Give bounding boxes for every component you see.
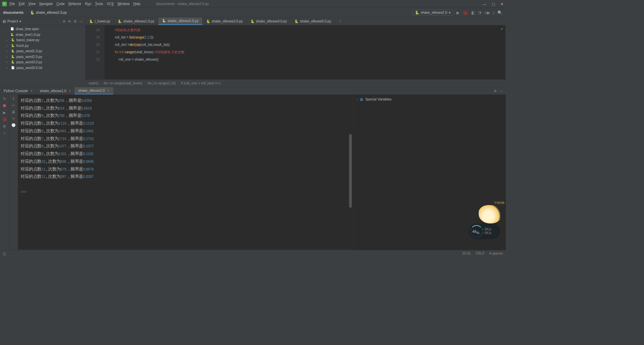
editor-tab[interactable]: 🐍shake_elbows1.0.py bbox=[114, 17, 158, 25]
chevron-right-icon: › bbox=[6, 38, 9, 42]
chevron-right-icon: › bbox=[6, 60, 9, 64]
tab-label: shake_elbows4.0.py bbox=[256, 19, 287, 23]
editor-tab[interactable]: 🐍shake_elbows3.0.py bbox=[203, 17, 247, 25]
code-crumb[interactable]: if (roll_one + roll_two) == j bbox=[181, 81, 221, 85]
run-button[interactable]: ▶ bbox=[457, 10, 460, 15]
add-button[interactable]: ＋ bbox=[3, 131, 6, 136]
project-tree[interactable]: 📄draw_tree.spec🐍draw_tree1.0.py›🐍hanoi_t… bbox=[0, 25, 85, 71]
code-content[interactable]: #初始化点数列表 roll_list = list(range(2,13)) r… bbox=[105, 25, 506, 79]
scrollbar[interactable] bbox=[349, 134, 352, 208]
menu-view[interactable]: View bbox=[28, 2, 36, 6]
stop-button[interactable] bbox=[3, 104, 6, 108]
close-icon[interactable]: × bbox=[69, 89, 71, 93]
resume-button[interactable]: ▶ bbox=[3, 111, 6, 115]
more-tabs-button[interactable]: ⋮ bbox=[335, 17, 346, 25]
maximize-button[interactable]: ▢ bbox=[492, 2, 495, 6]
file-icon: 📄 bbox=[10, 27, 14, 31]
coverage-button[interactable]: ◧ bbox=[471, 10, 475, 15]
code-crumb[interactable]: for i in range(totall_times) bbox=[104, 81, 142, 85]
python-file-icon: 🐍 bbox=[294, 19, 299, 23]
tree-item[interactable]: ›🐍Koch.py bbox=[0, 43, 85, 48]
run-config-selector[interactable]: 🐍 shake_elbows2.0 ▾ bbox=[412, 9, 453, 15]
tree-item[interactable]: ›🐍hanoi_tower.py bbox=[0, 37, 85, 43]
print-button[interactable]: 🖶 bbox=[12, 110, 15, 114]
tree-item[interactable]: ›🐍pass_word1.0.py bbox=[0, 48, 85, 54]
soft-wrap-button[interactable]: ↩ bbox=[12, 104, 15, 108]
console-hide-button[interactable]: — bbox=[499, 89, 503, 93]
variables-panel[interactable]: › ▦ Special Variables 48% ↑ 0K/s ↓ 0K/s bbox=[353, 95, 505, 250]
code-editor[interactable]: ✔ 1819202122 #初始化点数列表 roll_list = list(r… bbox=[86, 25, 505, 79]
cursor-position[interactable]: 25:41 bbox=[462, 251, 471, 255]
close-icon[interactable]: × bbox=[107, 88, 109, 92]
menu-navigate[interactable]: Navigate bbox=[39, 2, 53, 6]
code-breadcrumbs[interactable]: main() › for i in range(totall_times) › … bbox=[86, 79, 505, 87]
menu-vcs[interactable]: VCS bbox=[107, 2, 114, 6]
menu-code[interactable]: Code bbox=[56, 2, 64, 6]
tree-item[interactable]: ›🐍pass_word2.0.py bbox=[0, 54, 85, 59]
main-menu: File Edit View Navigate Code Refactor Ru… bbox=[9, 2, 140, 6]
menu-tools[interactable]: Tools bbox=[95, 2, 103, 6]
tree-item[interactable]: 🐍draw_tree1.0.py bbox=[0, 32, 85, 37]
editor-tab[interactable]: 🐍shake_elbows2.0.py bbox=[158, 17, 203, 25]
editor-tab[interactable]: 🐍i_tower.py bbox=[86, 17, 114, 25]
debug-button[interactable]: 🐞 bbox=[463, 10, 468, 15]
history-button[interactable]: 🕘 bbox=[11, 123, 16, 127]
hide-button[interactable]: — bbox=[79, 19, 83, 23]
problems-ok-icon[interactable]: ✔ bbox=[500, 27, 503, 31]
file-name: Koch.py bbox=[16, 44, 29, 48]
scroll-to-end-button[interactable]: ↧ bbox=[12, 97, 15, 101]
breadcrumb-file[interactable]: shake_elbows2.0.py bbox=[36, 10, 67, 14]
debug-console-button[interactable]: 🐞 bbox=[2, 117, 7, 122]
console-tab[interactable]: shake_elbows2.0× bbox=[74, 87, 113, 94]
network-widget[interactable]: 48% ↑ 0K/s ↓ 0K/s bbox=[469, 223, 500, 239]
tree-item[interactable]: ›📄pass_word3.0.txt bbox=[0, 65, 85, 70]
breadcrumb-root[interactable]: doucuments bbox=[3, 10, 23, 14]
rerun-button[interactable]: ↻ bbox=[3, 97, 6, 101]
close-button[interactable]: ✕ bbox=[500, 2, 503, 6]
console-tab[interactable]: Python Console× bbox=[0, 87, 36, 94]
tree-item[interactable]: ›🐍pass_word3.0.py bbox=[0, 59, 85, 65]
run-anything-button[interactable]: ≡▶ bbox=[485, 10, 490, 15]
chevron-right-icon: › bbox=[6, 44, 9, 48]
titlebar: P File Edit View Navigate Code Refactor … bbox=[0, 0, 505, 8]
menu-run[interactable]: Run bbox=[85, 2, 91, 6]
chevron-down-icon[interactable]: ▾ bbox=[19, 19, 21, 23]
minimize-button[interactable]: — bbox=[483, 2, 486, 6]
console-settings-icon[interactable]: ⚙ bbox=[494, 89, 497, 93]
code-crumb[interactable]: for j in range(2,13) bbox=[148, 81, 176, 85]
tool-window-toggle[interactable]: ◫ bbox=[3, 251, 6, 256]
code-crumb[interactable]: main() bbox=[89, 81, 99, 85]
chevron-right-icon: › bbox=[6, 66, 9, 70]
close-icon[interactable]: × bbox=[31, 89, 33, 93]
line-separator[interactable]: CRLF bbox=[476, 251, 485, 255]
menu-refactor[interactable]: Refactor bbox=[68, 2, 82, 6]
chevron-right-icon[interactable]: › bbox=[357, 97, 358, 101]
menu-file[interactable]: File bbox=[9, 2, 15, 6]
settings-icon[interactable]: ✿ bbox=[74, 19, 77, 23]
python-file-icon: 🐍 bbox=[11, 55, 15, 59]
editor-tab[interactable]: 🐍shake_elbows5.0.py bbox=[291, 17, 335, 25]
menu-help[interactable]: Help bbox=[133, 2, 140, 6]
gutter: 1819202122 bbox=[86, 25, 105, 79]
console-output[interactable]: 对应的点数2,次数为256，频率是0.0256 对应的点数3,次数为519，频率… bbox=[18, 95, 353, 250]
python-file-icon: 🐍 bbox=[415, 10, 419, 14]
python-file-icon: 🐍 bbox=[11, 44, 15, 48]
tree-item[interactable]: 📄draw_tree.spec bbox=[0, 26, 85, 32]
tab-label: shake_elbows5.0.py bbox=[300, 19, 331, 23]
profile-button[interactable]: ◔ bbox=[478, 10, 481, 15]
menu-window[interactable]: Window bbox=[117, 2, 129, 6]
cpu-ring-icon bbox=[470, 225, 483, 238]
show-vars-button[interactable]: ∞ bbox=[12, 117, 15, 121]
search-everywhere-button[interactable]: 🔍 bbox=[497, 10, 502, 15]
console-tab[interactable]: shake_elbows1.0× bbox=[36, 87, 75, 94]
select-opened-file-button[interactable]: ⊕ bbox=[63, 19, 66, 23]
chevron-right-icon: › bbox=[6, 55, 9, 59]
file-name: pass_word1.0.py bbox=[16, 49, 42, 53]
menu-edit[interactable]: Edit bbox=[19, 2, 25, 6]
divider: | bbox=[493, 10, 494, 15]
editor-tab[interactable]: 🐍shake_elbows4.0.py bbox=[247, 17, 291, 25]
python-file-icon: 🐍 bbox=[206, 19, 210, 23]
expand-all-button[interactable]: ⇆ bbox=[68, 19, 71, 23]
settings-button[interactable]: ⚙ bbox=[3, 124, 6, 129]
indent-setting[interactable]: 4 spaces bbox=[489, 251, 503, 255]
